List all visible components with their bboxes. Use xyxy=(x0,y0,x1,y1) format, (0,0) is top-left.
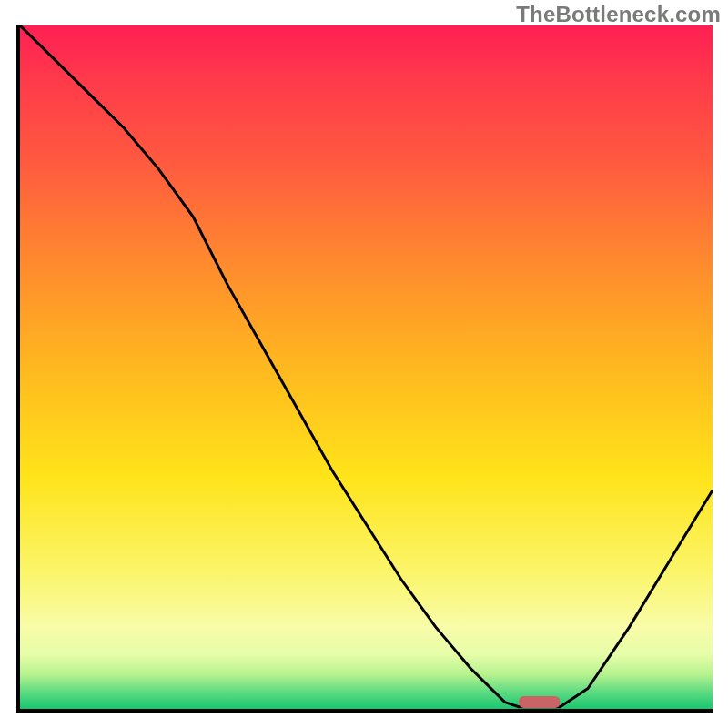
sweet-spot-marker xyxy=(519,696,561,708)
watermark-text: TheBottleneck.com xyxy=(516,2,721,27)
chart-frame: TheBottleneck.com xyxy=(0,0,728,728)
bottleneck-curve xyxy=(20,25,713,709)
plot-area xyxy=(16,25,713,713)
